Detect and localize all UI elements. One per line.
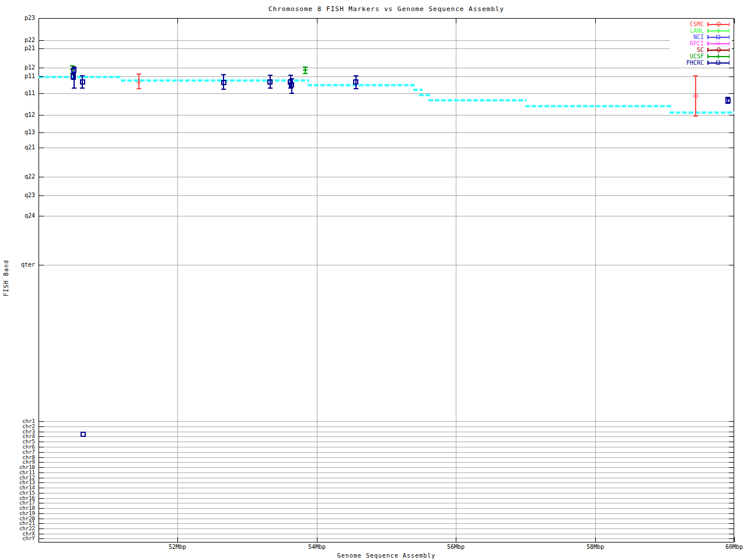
marker-fhcrc (221, 80, 226, 85)
y-tick-right (729, 76, 734, 77)
errorbar-cap (80, 88, 85, 89)
y-tick-right (729, 177, 734, 177)
assembly-segment (308, 84, 416, 86)
x-tick-bottom (177, 537, 178, 542)
legend-item-sc: SC (670, 47, 731, 53)
x-gridline (317, 19, 317, 542)
chromosome-gridline (39, 432, 734, 432)
y-tick-left (39, 442, 44, 442)
chromosome-gridline (39, 467, 734, 468)
errorbar-cap (72, 88, 76, 89)
x-tick-bottom (734, 537, 735, 542)
x-tick-top (317, 19, 317, 23)
chromosome-gridline (39, 538, 734, 539)
y-tick-left (39, 76, 44, 77)
errorbar-cap (137, 88, 141, 89)
y-tick-left (39, 498, 44, 499)
legend-label: CSMC (670, 21, 704, 27)
y-tick-left (39, 488, 44, 488)
y-tick-right (729, 488, 734, 488)
y-tick-right (729, 432, 734, 432)
x-tick-label: 52Mbp (154, 544, 201, 550)
y-tick-right (729, 508, 734, 509)
y-tick-left (39, 478, 44, 478)
x-tick-bottom (317, 537, 317, 542)
band-gridline (39, 68, 734, 68)
y-tick-right (729, 426, 734, 427)
x-tick-bottom (456, 537, 456, 542)
chart-generated-layer: 52Mbp54Mbp56Mbp58Mbp60Mbpp23p22p21p12p11… (0, 0, 747, 560)
y-tick-left (39, 519, 44, 519)
x-tick-label: 58Mbp (572, 544, 619, 550)
errorbar-cap (268, 75, 273, 76)
errorbar-cap (289, 93, 294, 94)
y-tick-left (39, 115, 44, 116)
chromosome-gridline (39, 488, 734, 488)
x-tick-top (595, 19, 596, 23)
y-tick-left (39, 132, 44, 133)
legend-item-nci: NCI (670, 34, 731, 40)
x-tick-label: 60Mbp (711, 544, 747, 550)
y-tick-right (729, 473, 734, 473)
y-tick-left (39, 508, 44, 509)
legend-label: FHCRC (670, 60, 704, 66)
band-gridline (39, 132, 734, 133)
y-tick-right (729, 478, 734, 478)
errorbar-cap (289, 78, 294, 79)
x-gridline (177, 19, 178, 542)
marker-fhcrc (81, 432, 86, 437)
y-tick-left (39, 48, 44, 49)
band-label: p22 (2, 37, 35, 43)
y-tick-right (729, 528, 734, 529)
y-tick-left (39, 426, 44, 427)
legend-item-ucsf: UCSF (670, 53, 731, 60)
marker-fhcrc (289, 82, 294, 88)
band-label: q21 (2, 145, 35, 150)
chromosome-gridline (39, 436, 734, 437)
y-tick-right (729, 498, 734, 499)
chromosome-gridline (39, 534, 734, 534)
y-tick-right (729, 436, 734, 437)
y-tick-left (39, 513, 44, 514)
band-gridline (39, 216, 734, 216)
band-label: p21 (2, 46, 35, 51)
errorbar-cap (288, 75, 293, 76)
y-tick-left (39, 523, 44, 524)
x-tick-top (177, 19, 178, 23)
y-tick-right (729, 195, 734, 196)
y-tick-right (729, 523, 734, 524)
marker-fhcrc (71, 68, 76, 73)
legend-sample-square-icon (707, 34, 729, 40)
band-label: q11 (2, 90, 35, 96)
y-tick-left (39, 482, 44, 483)
y-tick-left (39, 452, 44, 453)
assembly-segment (419, 94, 430, 96)
band-gridline (39, 195, 734, 196)
y-tick-left (39, 528, 44, 529)
assembly-segment (428, 99, 526, 102)
y-tick-left (39, 447, 44, 447)
marker-fhcrc (725, 98, 731, 103)
y-tick-left (39, 432, 44, 432)
y-tick-left (39, 195, 44, 196)
y-tick-right (729, 467, 734, 468)
chromosome-gridline (39, 523, 734, 524)
band-label: p23 (2, 15, 35, 21)
y-tick-right (729, 132, 734, 133)
y-tick-left (39, 457, 44, 458)
y-tick-right (729, 68, 734, 68)
assembly-segment (413, 89, 422, 91)
x-tick-label: 54Mbp (294, 544, 340, 550)
y-tick-left (39, 177, 44, 177)
y-tick-left (39, 503, 44, 503)
y-tick-left (39, 265, 44, 265)
x-tick-bottom (595, 537, 596, 542)
y-tick-left (39, 538, 44, 539)
y-tick-right (729, 534, 734, 534)
chromosome-gridline (39, 503, 734, 503)
chromosome-gridline (39, 421, 734, 422)
legend-item-csmc: CSMC (670, 21, 731, 27)
x-gridline (595, 19, 596, 542)
fish-marker-chart: Chromosome 8 FISH Markers vs Genome Sequ… (0, 0, 747, 560)
y-tick-right (729, 538, 734, 539)
